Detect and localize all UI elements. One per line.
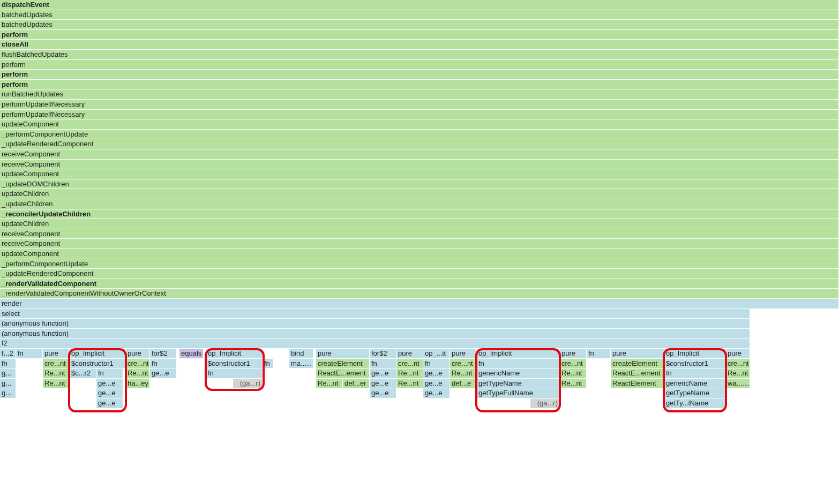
frame-ge-e[interactable]: ge...e xyxy=(150,368,177,379)
frame-fn[interactable]: fn xyxy=(150,359,177,369)
frame-ge-e[interactable]: ge...e xyxy=(96,398,123,409)
frame-updatecomponent[interactable]: updateComponent xyxy=(0,249,839,259)
frame--performcomponentupdate[interactable]: _performComponentUpdate xyxy=(0,130,839,140)
frame-fn[interactable]: fn xyxy=(263,359,273,369)
frame-cre-nt[interactable]: cre...nt xyxy=(396,359,423,369)
frame-gettypename[interactable]: getTypeName xyxy=(477,379,560,389)
frame-flushbatchedupdates[interactable]: flushBatchedUpdates xyxy=(0,50,839,60)
frame-pure[interactable]: pure xyxy=(611,349,664,359)
frame-pure[interactable]: pure xyxy=(396,349,423,359)
frame-ge-e[interactable]: ge...e xyxy=(423,388,450,398)
frame-reacte-ement[interactable]: ReactE...ement xyxy=(611,368,664,379)
frame-pure[interactable]: pure xyxy=(726,349,750,359)
frame-updatechildren[interactable]: updateChildren xyxy=(0,189,839,199)
frame-cre-nt[interactable]: cre...nt xyxy=(126,359,150,369)
frame-pure[interactable]: pure xyxy=(126,349,150,359)
frame-cre-nt[interactable]: cre...nt xyxy=(726,359,750,369)
frame-def-e[interactable]: def...e xyxy=(450,379,477,389)
frame-receivecomponent[interactable]: receiveComponent xyxy=(0,229,839,239)
frame-updatecomponent[interactable]: updateComponent xyxy=(0,119,839,130)
frame-gettypefullname[interactable]: getTypeFullName xyxy=(477,388,560,398)
frame-re-nt[interactable]: Re...nt xyxy=(396,368,423,379)
frame--constructor1[interactable]: $constructor1 xyxy=(70,359,126,369)
frame--updatechildren[interactable]: _updateChildren xyxy=(0,199,839,209)
frame-pure[interactable]: pure xyxy=(43,349,70,359)
frame-createelement[interactable]: createElement xyxy=(316,359,370,369)
frame-op-it[interactable]: op_...it xyxy=(423,349,450,359)
frame--c-r2[interactable]: $c...r2 xyxy=(70,368,96,379)
frame--performcomponentupdate[interactable]: _performComponentUpdate xyxy=(0,259,839,269)
frame-perform[interactable]: perform xyxy=(0,80,839,90)
frame-fn[interactable]: fn xyxy=(206,368,263,379)
frame-batchedupdates[interactable]: batchedUpdates xyxy=(0,10,839,20)
frame-perform[interactable]: perform xyxy=(0,30,839,40)
frame-ge-e[interactable]: ge...e xyxy=(96,379,123,389)
frame-updatechildren[interactable]: updateChildren xyxy=(0,219,839,229)
frame-reactelement[interactable]: ReactElement xyxy=(611,379,664,389)
frame-op-implicit[interactable]: op_Implicit xyxy=(477,349,560,359)
frame-op-implicit[interactable]: op_Implicit xyxy=(70,349,126,359)
frame-render[interactable]: render xyxy=(0,299,839,309)
frame-cre-nt[interactable]: cre...nt xyxy=(560,359,587,369)
frame-f2[interactable]: f2 xyxy=(0,338,750,349)
frame-fn[interactable]: fn xyxy=(370,359,396,369)
frame-pure[interactable]: pure xyxy=(560,349,587,359)
frame-performupdateifnecessary[interactable]: performUpdateIfNecessary xyxy=(0,110,839,120)
frame-for-2[interactable]: for$2 xyxy=(370,349,396,359)
frame-wa-ng[interactable]: wa...ng xyxy=(726,379,750,389)
frame-performupdateifnecessary[interactable]: performUpdateIfNecessary xyxy=(0,100,839,110)
frame-fn[interactable]: fn xyxy=(423,359,450,369)
frame-re-nt[interactable]: Re...nt xyxy=(43,368,70,379)
frame-genericname[interactable]: genericName xyxy=(664,379,726,389)
frame-pure[interactable]: pure xyxy=(316,349,370,359)
frame-cre-nt[interactable]: cre...nt xyxy=(450,359,477,369)
frame-fn[interactable]: fn xyxy=(16,349,43,359)
frame--rendervalidatedcomponentwithoutownerorcontext[interactable]: _renderValidatedComponentWithoutOwnerOrC… xyxy=(0,289,839,299)
frame--constructor1[interactable]: $constructor1 xyxy=(664,359,726,369)
frame-ha-ey[interactable]: ha...ey xyxy=(126,379,150,389)
frame-g-[interactable]: g... xyxy=(0,368,16,379)
frame-reacte-ement[interactable]: ReactE...ement xyxy=(316,368,370,379)
frame-bind[interactable]: bind xyxy=(289,349,313,359)
frame-re-nt[interactable]: Re...nt xyxy=(450,368,477,379)
frame-ge-e[interactable]: ge...e xyxy=(370,388,396,398)
frame-ge-e[interactable]: ge...e xyxy=(370,379,396,389)
frame-re-nt[interactable]: Re...nt xyxy=(396,379,423,389)
frame--rendervalidatedcomponent[interactable]: _renderValidatedComponent xyxy=(0,279,839,289)
frame-fn[interactable]: fn xyxy=(96,368,123,379)
frame-createelement[interactable]: createElement xyxy=(611,359,664,369)
frame-def-er[interactable]: def...er xyxy=(343,379,370,389)
frame-f-2[interactable]: f...2 xyxy=(0,349,16,359)
frame-g-[interactable]: g... xyxy=(0,379,16,389)
frame-fn[interactable]: fn xyxy=(587,349,611,359)
frame-fn[interactable]: fn xyxy=(477,359,560,369)
frame--updaterenderedcomponent[interactable]: _updateRenderedComponent xyxy=(0,139,839,149)
frame-pure[interactable]: pure xyxy=(450,349,477,359)
frame-re-nt[interactable]: Re...nt xyxy=(560,368,587,379)
frame--ga-r-[interactable]: (ga...r) xyxy=(233,379,263,389)
frame--constructor1[interactable]: $constructor1 xyxy=(206,359,263,369)
frame-re-nt[interactable]: Re...nt xyxy=(560,379,587,389)
frame-re-nt[interactable]: Re...nt xyxy=(43,379,70,389)
frame-gettypename[interactable]: getTypeName xyxy=(664,388,726,398)
frame-genericname[interactable]: genericName xyxy=(477,368,560,379)
frame-ge-e[interactable]: ge...e xyxy=(423,379,450,389)
frame-perform[interactable]: perform xyxy=(0,70,839,80)
frame-re-nt[interactable]: Re...nt xyxy=(316,379,343,389)
frame-updatecomponent[interactable]: updateComponent xyxy=(0,169,839,179)
frame-ge-e[interactable]: ge...e xyxy=(423,368,450,379)
frame-g-[interactable]: g... xyxy=(0,388,16,398)
frame--ga-r-[interactable]: (ga...r) xyxy=(530,398,560,409)
frame-fn[interactable]: fn xyxy=(664,368,726,379)
frame--reconcilerupdatechildren[interactable]: _reconcilerUpdateChildren xyxy=(0,209,839,220)
frame--anonymous-function-[interactable]: (anonymous function) xyxy=(0,319,750,329)
frame-dispatchevent[interactable]: dispatchEvent xyxy=(0,0,839,10)
frame-receivecomponent[interactable]: receiveComponent xyxy=(0,239,839,249)
frame-ge-e[interactable]: ge...e xyxy=(370,368,396,379)
frame-equals[interactable]: equals xyxy=(179,349,204,359)
frame-receivecomponent[interactable]: receiveComponent xyxy=(0,160,839,170)
frame--updatedomchildren[interactable]: _updateDOMChildren xyxy=(0,179,839,190)
frame-op-implicit[interactable]: op_Implicit xyxy=(206,349,263,359)
frame-receivecomponent[interactable]: receiveComponent xyxy=(0,149,839,160)
frame-getty-lname[interactable]: getTy...lName xyxy=(664,398,726,409)
